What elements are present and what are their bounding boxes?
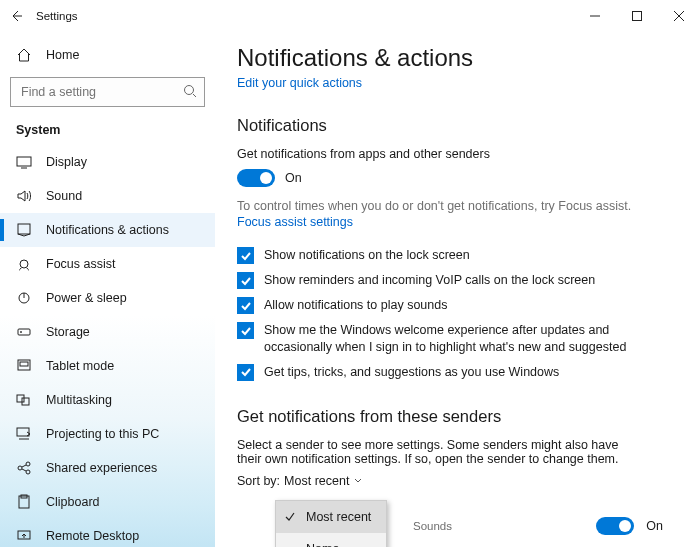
- svg-point-13: [18, 466, 22, 470]
- sidebar-nav: Display Sound Notifications & actions Fo…: [0, 145, 215, 547]
- toggle-state: On: [285, 171, 302, 185]
- check-welcome[interactable]: Show me the Windows welcome experience a…: [237, 322, 678, 356]
- svg-rect-2: [17, 157, 31, 166]
- checkbox-icon: [237, 364, 254, 381]
- sidebar-item-tablet[interactable]: Tablet mode: [0, 349, 215, 383]
- nav-label: Multitasking: [46, 393, 112, 407]
- sort-dropdown: Most recent Name: [275, 500, 387, 547]
- sidebar-home[interactable]: Home: [0, 38, 215, 71]
- close-button[interactable]: [658, 0, 700, 32]
- svg-point-4: [20, 260, 28, 268]
- projecting-icon: [16, 426, 32, 442]
- checkbox-icon: [237, 272, 254, 289]
- sidebar-category: System: [0, 119, 215, 145]
- sort-by[interactable]: Sort by: Most recent: [237, 474, 678, 488]
- shared-icon: [16, 460, 32, 476]
- sidebar-item-clipboard[interactable]: Clipboard: [0, 485, 215, 519]
- storage-icon: [16, 324, 32, 340]
- back-button[interactable]: [2, 0, 30, 32]
- power-icon: [16, 290, 32, 306]
- sidebar-item-multitasking[interactable]: Multitasking: [0, 383, 215, 417]
- section-notifications: Notifications: [237, 116, 678, 135]
- svg-rect-3: [18, 224, 30, 234]
- sortby-value: Most recent: [284, 474, 349, 488]
- sidebar: Home System Display Sound Notifications …: [0, 32, 215, 547]
- window-title: Settings: [36, 10, 78, 22]
- get-notifications-label: Get notifications from apps and other se…: [237, 147, 678, 161]
- maximize-button[interactable]: [616, 0, 658, 32]
- sidebar-item-sound[interactable]: Sound: [0, 179, 215, 213]
- sidebar-item-display[interactable]: Display: [0, 145, 215, 179]
- senders-hint: Select a sender to see more settings. So…: [237, 438, 637, 466]
- sidebar-home-label: Home: [46, 48, 79, 62]
- sender-toggle[interactable]: [596, 517, 634, 535]
- nav-label: Tablet mode: [46, 359, 114, 373]
- check-label: Allow notifications to play sounds: [264, 297, 447, 314]
- minimize-button[interactable]: [574, 0, 616, 32]
- section-senders: Get notifications from these senders: [237, 407, 678, 426]
- checkbox-icon: [237, 247, 254, 264]
- check-tips[interactable]: Get tips, tricks, and suggestions as you…: [237, 364, 678, 381]
- search-input[interactable]: [10, 77, 205, 107]
- main-content: Notifications & actions Edit your quick …: [215, 32, 700, 547]
- sort-option-name[interactable]: Name: [276, 533, 386, 547]
- edit-quick-actions-link[interactable]: Edit your quick actions: [237, 76, 678, 90]
- check-lock-screen[interactable]: Show notifications on the lock screen: [237, 247, 678, 264]
- sound-icon: [16, 188, 32, 204]
- nav-label: Focus assist: [46, 257, 115, 271]
- sidebar-item-remote[interactable]: Remote Desktop: [0, 519, 215, 547]
- notifications-toggle[interactable]: [237, 169, 275, 187]
- nav-label: Shared experiences: [46, 461, 157, 475]
- checkbox-icon: [237, 322, 254, 339]
- titlebar: Settings: [0, 0, 700, 32]
- home-icon: [16, 47, 32, 63]
- toggle-state: On: [646, 519, 663, 533]
- check-label: Show me the Windows welcome experience a…: [264, 322, 644, 356]
- display-icon: [16, 154, 32, 170]
- nav-label: Storage: [46, 325, 90, 339]
- nav-label: Display: [46, 155, 87, 169]
- nav-label: Projecting to this PC: [46, 427, 159, 441]
- nav-label: Remote Desktop: [46, 529, 139, 543]
- svg-point-15: [26, 470, 30, 474]
- clipboard-icon: [16, 494, 32, 510]
- tablet-icon: [16, 358, 32, 374]
- checkbox-icon: [237, 297, 254, 314]
- sortby-label: Sort by:: [237, 474, 280, 488]
- chevron-down-icon: [353, 476, 363, 486]
- nav-label: Power & sleep: [46, 291, 127, 305]
- sidebar-item-projecting[interactable]: Projecting to this PC: [0, 417, 215, 451]
- search-icon: [183, 84, 197, 98]
- multitasking-icon: [16, 392, 32, 408]
- svg-rect-9: [20, 362, 28, 366]
- nav-label: Notifications & actions: [46, 223, 169, 237]
- svg-point-7: [21, 332, 22, 333]
- svg-point-1: [185, 86, 194, 95]
- search-wrap: [10, 77, 205, 107]
- sidebar-item-storage[interactable]: Storage: [0, 315, 215, 349]
- page-title: Notifications & actions: [237, 44, 678, 72]
- check-label: Get tips, tricks, and suggestions as you…: [264, 364, 559, 381]
- check-voip[interactable]: Show reminders and incoming VoIP calls o…: [237, 272, 678, 289]
- sort-option-most-recent[interactable]: Most recent: [276, 501, 386, 533]
- check-icon: [284, 511, 296, 523]
- sidebar-item-notifications[interactable]: Notifications & actions: [0, 213, 215, 247]
- sender-sub: Sounds: [413, 520, 452, 532]
- opt-label: Name: [306, 542, 339, 547]
- focus-icon: [16, 256, 32, 272]
- opt-label: Most recent: [306, 510, 371, 524]
- remote-icon: [16, 528, 32, 544]
- nav-label: Sound: [46, 189, 82, 203]
- focus-hint: To control times when you do or don't ge…: [237, 199, 678, 213]
- check-label: Show reminders and incoming VoIP calls o…: [264, 272, 595, 289]
- sidebar-item-power[interactable]: Power & sleep: [0, 281, 215, 315]
- sidebar-item-shared[interactable]: Shared experiences: [0, 451, 215, 485]
- notifications-icon: [16, 222, 32, 238]
- svg-rect-6: [18, 329, 30, 335]
- check-sounds[interactable]: Allow notifications to play sounds: [237, 297, 678, 314]
- svg-rect-0: [633, 12, 642, 21]
- sidebar-item-focus-assist[interactable]: Focus assist: [0, 247, 215, 281]
- focus-assist-link[interactable]: Focus assist settings: [237, 215, 678, 229]
- sender-row-1[interactable]: Sounds On: [413, 517, 663, 535]
- check-label: Show notifications on the lock screen: [264, 247, 470, 264]
